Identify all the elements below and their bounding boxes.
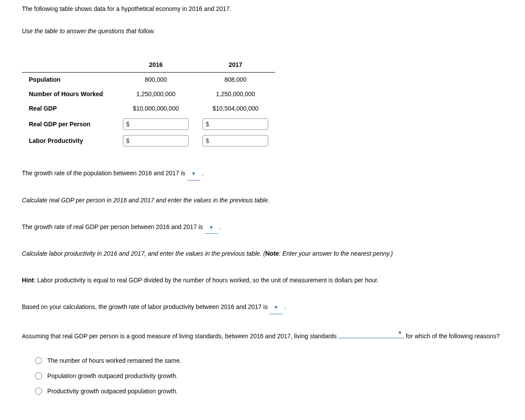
q7-pre: Assuming that real GDP per person is a g…	[22, 333, 339, 340]
table-row: Real GDP $10,000,000,000 $10,504,000,000	[22, 101, 275, 116]
instruction-gdp-per-person: Calculate real GDP per person in 2016 an…	[22, 194, 503, 207]
q1-pre: The growth rate of the population betwee…	[22, 170, 187, 177]
q4-note-label: Note	[265, 250, 279, 257]
option-label: Population growth outpaced productivity …	[47, 371, 178, 381]
dollar-icon: $	[123, 136, 132, 146]
cell-laborprod-2016: $	[116, 132, 196, 149]
dollar-icon: $	[123, 120, 132, 129]
economy-data-table: 2016 2017 Population 800,000 808,000 Num…	[22, 58, 275, 149]
dropdown-labor-productivity-growth[interactable]: ▼	[270, 300, 283, 314]
dropdown-living-standards[interactable]: ▼	[339, 327, 404, 338]
input-gdpperson-2016[interactable]	[132, 119, 188, 129]
dollar-icon: $	[203, 136, 212, 146]
option-hours-same[interactable]: The number of hours worked remained the …	[35, 356, 503, 365]
question-living-standards: Assuming that real GDP per person is a g…	[22, 327, 503, 343]
input-laborprod-2017-wrap[interactable]: $	[203, 135, 268, 146]
cell-realgdp-2016: $10,000,000,000	[116, 101, 196, 116]
q1-post: .	[200, 170, 204, 177]
chevron-down-icon: ▼	[273, 302, 278, 312]
q4-a: Calculate labor productivity in 2016 and…	[22, 250, 265, 257]
hint-labor-productivity: Hint: Labor productivity is equal to rea…	[22, 274, 503, 287]
cell-laborprod-2017: $	[196, 132, 275, 149]
option-label: Productivity growth outpaced population …	[47, 387, 178, 396]
chevron-down-icon: ▼	[398, 327, 402, 338]
table-row: Real GDP per Person $ $	[22, 116, 275, 132]
chevron-down-icon: ▼	[209, 222, 214, 233]
instruction-labor-productivity: Calculate labor productivity in 2016 and…	[22, 247, 503, 260]
option-population-outpaced[interactable]: Population growth outpaced productivity …	[35, 371, 503, 381]
input-gdpperson-2016-wrap[interactable]: $	[123, 118, 189, 130]
intro-text: The following table shows data for a hyp…	[22, 4, 503, 14]
row-label-realgdp: Real GDP	[22, 101, 116, 116]
table-row: Population 800,000 808,000	[22, 73, 275, 87]
row-label-hours: Number of Hours Worked	[22, 87, 116, 101]
question-gdp-per-person-growth: The growth rate of real GDP per person b…	[22, 220, 503, 234]
input-laborprod-2017[interactable]	[212, 135, 268, 146]
cell-hours-2017: 1,250,000,000	[196, 87, 275, 101]
cell-population-2016: 800,000	[116, 73, 196, 87]
option-label: The number of hours worked remained the …	[47, 356, 182, 365]
cell-realgdp-2017: $10,504,000,000	[196, 101, 275, 116]
input-gdpperson-2017[interactable]	[212, 119, 268, 129]
table-header-blank	[22, 58, 116, 73]
input-gdpperson-2017-wrap[interactable]: $	[203, 118, 268, 130]
reason-options: The number of hours worked remained the …	[35, 356, 503, 396]
cell-gdpperson-2017: $	[196, 116, 275, 132]
dropdown-population-growth[interactable]: ▼	[187, 167, 200, 180]
input-laborprod-2016[interactable]	[132, 135, 188, 146]
instruction-text: Use the table to answer the questions th…	[22, 27, 503, 36]
hint-text: : Labor productivity is equal to real GD…	[34, 277, 378, 284]
radio-icon[interactable]	[35, 388, 42, 395]
row-label-gdp-per-person: Real GDP per Person	[22, 116, 116, 132]
row-label-population: Population	[22, 73, 116, 87]
dollar-icon: $	[203, 120, 212, 129]
dropdown-gdp-per-person-growth[interactable]: ▼	[205, 220, 218, 234]
cell-population-2017: 808,000	[196, 73, 275, 87]
option-productivity-outpaced[interactable]: Productivity growth outpaced population …	[35, 387, 503, 396]
input-laborprod-2016-wrap[interactable]: $	[123, 135, 189, 146]
table-row: Number of Hours Worked 1,250,000,000 1,2…	[22, 87, 275, 101]
q6-post: .	[283, 303, 286, 310]
question-population-growth: The growth rate of the population betwee…	[22, 167, 503, 180]
q7-post: for which of the following reasons?	[404, 333, 500, 340]
question-labor-productivity-growth: Based on your calculations, the growth r…	[22, 300, 503, 314]
q3-post: .	[218, 223, 221, 230]
hint-label: Hint	[22, 277, 34, 284]
cell-hours-2016: 1,250,000,000	[116, 87, 196, 101]
radio-icon[interactable]	[35, 372, 42, 379]
row-label-laborprod: Labor Productivity	[22, 132, 116, 149]
table-header-2017: 2017	[196, 58, 275, 73]
table-header-2016: 2016	[116, 58, 196, 73]
radio-icon[interactable]	[35, 357, 42, 364]
q6-pre: Based on your calculations, the growth r…	[22, 303, 270, 310]
cell-gdpperson-2016: $	[116, 116, 196, 132]
q4-b: : Enter your answer to the nearest penny…	[279, 250, 393, 257]
table-row: Labor Productivity $ $	[22, 132, 275, 149]
q3-pre: The growth rate of real GDP per person b…	[22, 223, 205, 230]
chevron-down-icon: ▼	[191, 168, 196, 179]
